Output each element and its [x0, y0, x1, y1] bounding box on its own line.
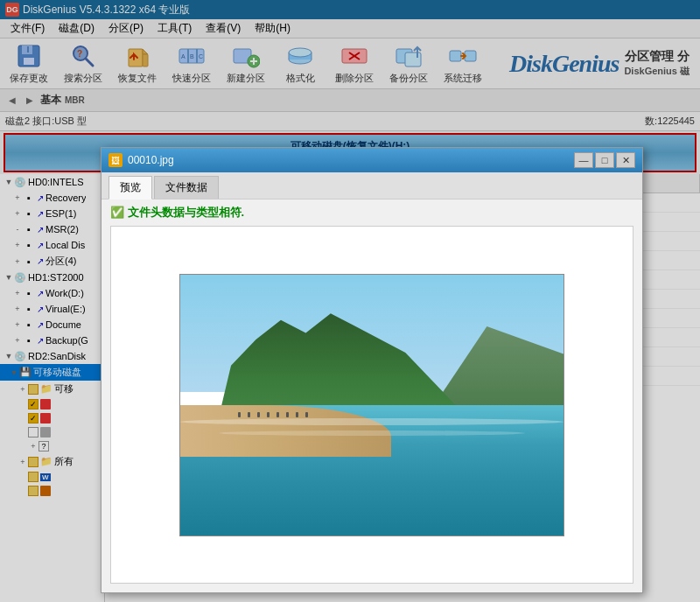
modal-tabs: 预览 文件数据: [102, 172, 642, 200]
modal-icon: 🖼: [108, 153, 122, 167]
person: [257, 412, 260, 417]
modal-title-bar: 🖼 00010.jpg — □ ✕: [102, 148, 642, 172]
person: [238, 412, 241, 417]
tab-preview[interactable]: 预览: [108, 176, 152, 200]
close-button[interactable]: ✕: [616, 152, 635, 168]
maximize-button[interactable]: □: [595, 152, 614, 168]
beach-image: [179, 274, 564, 536]
person: [248, 412, 250, 417]
person: [305, 412, 308, 417]
status-text: ✅ 文件头数据与类型相符.: [110, 205, 244, 220]
modal-controls: — □ ✕: [574, 152, 635, 168]
minimize-button[interactable]: —: [574, 152, 593, 168]
person: [267, 412, 270, 417]
people-layer: [238, 412, 308, 417]
person: [296, 412, 298, 417]
modal-image-area: [110, 226, 634, 584]
modal-status: ✅ 文件头数据与类型相符.: [102, 200, 642, 226]
person: [286, 412, 289, 417]
tab-filedata[interactable]: 文件数据: [154, 176, 219, 199]
modal-title: 00010.jpg: [128, 154, 574, 166]
person: [276, 412, 279, 417]
modal-window: 🖼 00010.jpg — □ ✕ 预览 文件数据 ✅ 文件头数据与类型相符.: [101, 147, 643, 593]
